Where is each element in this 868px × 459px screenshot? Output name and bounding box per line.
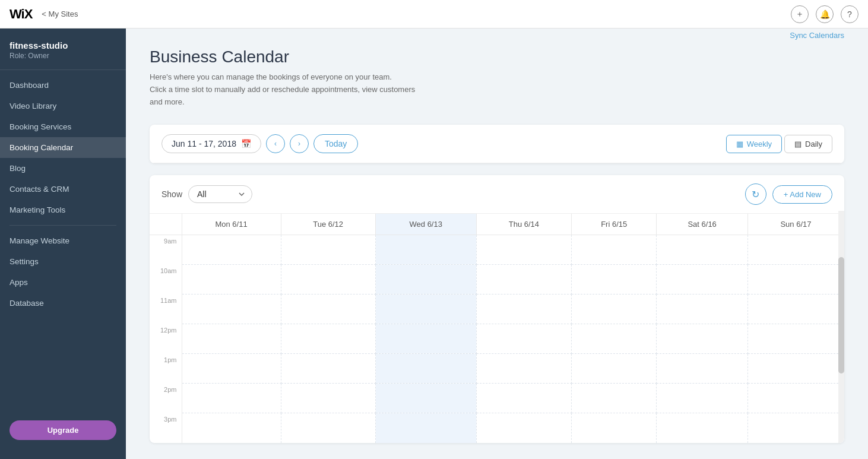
cal-cell-5-4[interactable] xyxy=(657,354,748,384)
next-week-button[interactable]: › xyxy=(290,134,309,153)
time-2pm: 2pm xyxy=(150,384,182,413)
cal-cell-1-1[interactable] xyxy=(281,265,375,295)
cal-cell-3-1[interactable] xyxy=(476,265,571,295)
cal-cell-1-4[interactable] xyxy=(281,354,375,384)
cal-cell-6-6[interactable] xyxy=(747,413,844,443)
show-label: Show xyxy=(161,189,182,199)
cal-cell-0-5[interactable] xyxy=(182,384,281,413)
sidebar-item-blog[interactable]: Blog xyxy=(0,158,126,179)
time-header xyxy=(150,214,182,235)
daily-label: Daily xyxy=(805,140,822,148)
cal-cell-4-2[interactable] xyxy=(572,295,657,324)
sidebar-item-manage-website[interactable]: Manage Website xyxy=(0,230,126,251)
time-10am: 10am xyxy=(150,265,182,295)
sidebar-item-settings[interactable]: Settings xyxy=(0,251,126,272)
weekly-icon: ▦ xyxy=(736,140,743,148)
my-sites-link[interactable]: < My Sites xyxy=(42,10,78,18)
calendar-grid: Mon 6/11 Tue 6/12 Wed 6/13 Thu 6/14 Fri … xyxy=(150,214,844,443)
calendar-grid-wrap: Mon 6/11 Tue 6/12 Wed 6/13 Thu 6/14 Fri … xyxy=(150,214,844,443)
page-title: Business Calendar xyxy=(150,48,415,67)
cal-cell-3-2[interactable] xyxy=(476,295,571,324)
cal-cell-4-3[interactable] xyxy=(572,324,657,354)
weekly-view-button[interactable]: ▦ Weekly xyxy=(726,135,782,153)
prev-week-button[interactable]: ‹ xyxy=(266,134,285,153)
cal-cell-1-0[interactable] xyxy=(281,235,375,265)
cal-cell-2-6[interactable] xyxy=(375,413,476,443)
cal-cell-2-2[interactable] xyxy=(375,295,476,324)
cal-cell-5-0[interactable] xyxy=(657,235,748,265)
daily-icon: ▤ xyxy=(794,140,802,148)
sidebar-item-contacts-crm[interactable]: Contacts & CRM xyxy=(0,179,126,200)
cal-cell-4-5[interactable] xyxy=(572,384,657,413)
cal-cell-3-4[interactable] xyxy=(476,354,571,384)
cal-cell-4-6[interactable] xyxy=(572,413,657,443)
cal-cell-0-3[interactable] xyxy=(182,324,281,354)
cal-cell-4-4[interactable] xyxy=(572,354,657,384)
add-new-button[interactable]: + Add New xyxy=(772,185,832,204)
cal-cell-0-0[interactable] xyxy=(182,235,281,265)
cal-cell-5-1[interactable] xyxy=(657,265,748,295)
cal-cell-2-1[interactable] xyxy=(375,265,476,295)
cal-cell-5-3[interactable] xyxy=(657,324,748,354)
sidebar-item-booking-services[interactable]: Booking Services xyxy=(0,116,126,137)
cal-cell-1-3[interactable] xyxy=(281,324,375,354)
sidebar-item-booking-calendar[interactable]: Booking Calendar xyxy=(0,137,126,158)
notifications-button[interactable]: 🔔 xyxy=(816,5,834,23)
sync-calendars-link[interactable]: Sync Calendars xyxy=(790,31,844,40)
daily-view-button[interactable]: ▤ Daily xyxy=(784,135,832,153)
page-header: Business Calendar Here's where you can m… xyxy=(150,48,844,108)
cal-cell-6-4[interactable] xyxy=(747,354,844,384)
cal-cell-3-3[interactable] xyxy=(476,324,571,354)
cal-cell-0-4[interactable] xyxy=(182,354,281,384)
cal-cell-1-5[interactable] xyxy=(281,384,375,413)
cal-cell-4-0[interactable] xyxy=(572,235,657,265)
cal-cell-6-2[interactable] xyxy=(747,295,844,324)
view-switcher: ▦ Weekly ▤ Daily xyxy=(726,135,832,153)
cal-cell-2-0[interactable] xyxy=(375,235,476,265)
calendar-icon: 📅 xyxy=(241,139,251,148)
cal-cell-0-6[interactable] xyxy=(182,413,281,443)
col-header-wed: Wed 6/13 xyxy=(375,214,476,235)
col-header-sun: Sun 6/17 xyxy=(747,214,844,235)
cal-cell-3-5[interactable] xyxy=(476,384,571,413)
cal-cell-6-3[interactable] xyxy=(747,324,844,354)
cal-cell-1-6[interactable] xyxy=(281,413,375,443)
today-button[interactable]: Today xyxy=(313,134,358,153)
cal-cell-1-2[interactable] xyxy=(281,295,375,324)
sidebar-item-marketing-tools[interactable]: Marketing Tools xyxy=(0,200,126,220)
wix-logo: WiX xyxy=(9,7,32,22)
show-right: ↻ + Add New xyxy=(745,183,832,205)
cal-cell-6-0[interactable] xyxy=(747,235,844,265)
cal-cell-0-1[interactable] xyxy=(182,265,281,295)
cal-cell-2-4[interactable] xyxy=(375,354,476,384)
cal-cell-3-6[interactable] xyxy=(476,413,571,443)
cal-cell-2-3[interactable] xyxy=(375,324,476,354)
scrollbar-thumb[interactable] xyxy=(838,257,844,373)
cal-cell-5-6[interactable] xyxy=(657,413,748,443)
cal-cell-4-1[interactable] xyxy=(572,265,657,295)
sidebar-item-video-library[interactable]: Video Library xyxy=(0,96,126,116)
site-role: Role: Owner xyxy=(9,52,116,60)
cal-cell-0-2[interactable] xyxy=(182,295,281,324)
time-12pm: 12pm xyxy=(150,324,182,354)
sidebar-item-dashboard[interactable]: Dashboard xyxy=(0,75,126,96)
site-info: fitness-studio Role: Owner xyxy=(0,29,126,70)
cal-cell-6-1[interactable] xyxy=(747,265,844,295)
cal-cell-2-5[interactable] xyxy=(375,384,476,413)
scrollbar-track[interactable] xyxy=(838,211,844,443)
cal-cell-5-5[interactable] xyxy=(657,384,748,413)
help-button[interactable]: ? xyxy=(841,5,859,23)
show-left: Show All Service A Service B xyxy=(161,185,252,203)
cal-cell-3-0[interactable] xyxy=(476,235,571,265)
content-area: Business Calendar Here's where you can m… xyxy=(126,29,868,459)
sidebar-item-apps[interactable]: Apps xyxy=(0,272,126,293)
add-button[interactable]: ＋ xyxy=(791,5,809,23)
date-display: Jun 11 - 17, 2018 📅 xyxy=(161,134,261,153)
cal-cell-5-2[interactable] xyxy=(657,295,748,324)
cal-cell-6-5[interactable] xyxy=(747,384,844,413)
show-select[interactable]: All Service A Service B xyxy=(188,185,252,203)
time-9am: 9am xyxy=(150,235,182,265)
sidebar-item-database[interactable]: Database xyxy=(0,293,126,314)
upgrade-button[interactable]: Upgrade xyxy=(9,420,116,440)
refresh-button[interactable]: ↻ xyxy=(745,183,766,205)
